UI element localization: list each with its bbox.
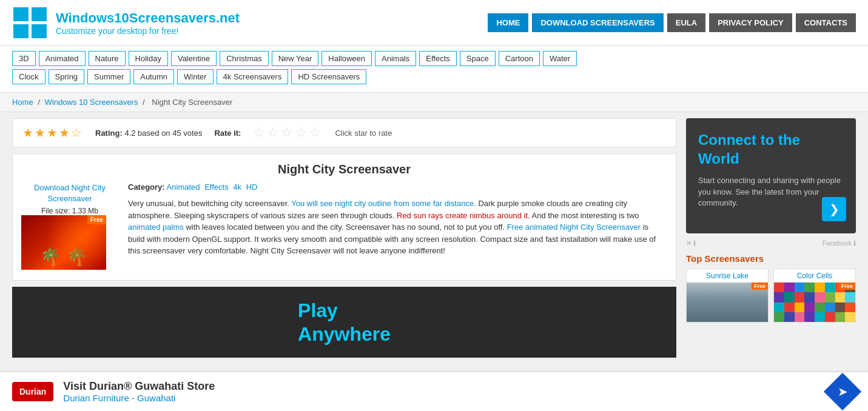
header: Windows10Screensavers.net Customize your… [0, 0, 868, 46]
cat-effects[interactable]: Effects [204, 182, 229, 192]
desc-start: Very unusual, but bewitching city screen… [128, 199, 291, 208]
cat-btn-valentine[interactable]: Valentine [171, 51, 217, 66]
cat-btn-christmas[interactable]: Christmas [220, 51, 269, 66]
breadcrumb-home[interactable]: Home [12, 98, 33, 107]
top-screensavers-grid: Sunrise Lake Free Color Cells Free [686, 269, 856, 322]
desc-cont3: with leaves located between you and the … [184, 222, 507, 232]
fb-brand-label: Facebook ℹ [823, 239, 856, 247]
rating-value: 4.2 [124, 129, 135, 138]
sunrise-link[interactable]: Sunrise Lake [687, 269, 768, 282]
site-name: Windows10Screensavers.net [56, 10, 240, 26]
screensaver-title: Night City Screensaver [21, 162, 667, 176]
cat-btn-new-year[interactable]: New Year [272, 51, 319, 66]
cat-animated[interactable]: Animated [167, 182, 200, 192]
content-area: ★★★★☆ Rating: 4.2 based on 45 votes Rate… [12, 118, 676, 358]
download-link[interactable]: Download Night City Screensaver [21, 182, 118, 204]
category-row-1: 3DAnimatedNatureHolidayValentineChristma… [12, 51, 856, 66]
cat-btn-clock[interactable]: Clock [12, 69, 45, 84]
screensaver-panel: Night City Screensaver Download Night Ci… [12, 153, 676, 281]
desc-cont2: And the most interesting is two [530, 211, 639, 220]
windows-logo-icon [12, 6, 49, 39]
fb-close-button[interactable]: ✕ ℹ [686, 239, 696, 247]
top-ss-cells: Color Cells Free [773, 269, 856, 322]
top-screensavers-title: Top Screensavers [686, 253, 856, 264]
cells-link[interactable]: Color Cells [774, 269, 855, 282]
sunrise-thumbnail: Free [687, 282, 768, 322]
cat-btn-halloween[interactable]: Halloween [321, 51, 372, 66]
stars-display: ★★★★☆ [22, 125, 83, 140]
rate-it-label: Rate it: [214, 129, 241, 138]
rating-votes: 45 votes [172, 129, 202, 138]
svg-rect-2 [13, 24, 29, 38]
breadcrumb-section[interactable]: Windows 10 Screensavers [45, 98, 138, 107]
logo-area: Windows10Screensavers.net Customize your… [12, 6, 240, 39]
cat-btn-animated[interactable]: Animated [39, 51, 86, 66]
top-screensavers-section: Top Screensavers Sunrise Lake Free Color… [686, 253, 856, 322]
category-row-2: ClockSpringSummerAutumnWinter4k Screensa… [12, 69, 856, 84]
svg-rect-3 [32, 24, 47, 38]
breadcrumb-sep1: / [38, 98, 42, 107]
svg-rect-1 [32, 7, 47, 21]
screensaver-thumbnail: 🌴 🌴 Free [21, 215, 106, 270]
cat-btn-nature[interactable]: Nature [89, 51, 126, 66]
home-button[interactable]: HOME [488, 13, 528, 32]
sunrise-free-badge: Free [752, 282, 768, 290]
site-tagline: Customize your desktop for free! [56, 26, 240, 36]
free-badge: Free [87, 215, 106, 224]
cells-thumbnail: Free [774, 282, 855, 322]
cat-btn-winter[interactable]: Winter [177, 69, 214, 84]
cat-btn-water[interactable]: Water [543, 51, 577, 66]
rating-bar: ★★★★☆ Rating: 4.2 based on 45 votes Rate… [12, 118, 676, 147]
nav-buttons: HOME DOWNLOAD SCREENSAVERS EULA PRIVACY … [488, 13, 856, 32]
cat-4k[interactable]: 4k [233, 182, 241, 192]
cat-btn-effects[interactable]: Effects [419, 51, 457, 66]
click-star-hint: Click star to rate [335, 129, 392, 138]
desc-highlight1: You will see night city outline from som… [291, 199, 476, 208]
screensaver-description: Very unusual, but bewitching city screen… [128, 198, 667, 257]
cat-btn-cartoon[interactable]: Cartoon [499, 51, 540, 66]
cat-btn-4k-screensavers[interactable]: 4k Screensavers [217, 69, 289, 84]
sidebar: Connect to the World Start connecting an… [686, 118, 856, 358]
fb-title: Connect to the World [698, 130, 844, 168]
play-line2: Anywhere [298, 322, 391, 346]
play-text: Play Anywhere [298, 299, 391, 346]
cat-btn-holiday[interactable]: Holiday [129, 51, 168, 66]
breadcrumb-sep2: / [143, 98, 147, 107]
cat-btn-summer[interactable]: Summer [87, 69, 130, 84]
breadcrumb-current: Night City Screensaver [152, 98, 232, 107]
rate-stars[interactable]: ☆☆☆☆☆ [253, 125, 323, 141]
category-label: Category: [128, 182, 165, 192]
ss-image-wrap: 🌴 🌴 Free [21, 209, 118, 272]
cells-free-badge: Free [839, 282, 855, 290]
logo-text: Windows10Screensavers.net Customize your… [56, 10, 240, 36]
ss-content-wrap: Download Night City Screensaver File siz… [21, 182, 667, 272]
eula-button[interactable]: EULA [667, 13, 705, 32]
cat-btn-3d[interactable]: 3D [12, 51, 36, 66]
rating-text: Rating: 4.2 based on 45 votes [95, 129, 202, 138]
desc-red: Red sun rays create nimbus around it. [397, 211, 530, 220]
facebook-widget: Connect to the World Start connecting an… [686, 118, 856, 233]
breadcrumb: Home / Windows 10 Screensavers / Night C… [0, 93, 868, 112]
download-button[interactable]: DOWNLOAD SCREENSAVERS [532, 13, 663, 32]
privacy-button[interactable]: PRIVACY POLICY [709, 13, 792, 32]
file-size: File size: 1.33 Mb [21, 207, 118, 215]
rating-based: based on [138, 129, 170, 138]
cat-btn-animals[interactable]: Animals [375, 51, 416, 66]
fb-arrow-button[interactable]: ❯ [822, 197, 846, 221]
desc-highlight3: Free animated Night City Screensaver [507, 222, 641, 232]
top-ss-sunrise: Sunrise Lake Free [686, 269, 769, 322]
cat-btn-autumn[interactable]: Autumn [133, 69, 174, 84]
rating-label: Rating: [95, 129, 123, 138]
play-line1: Play [298, 299, 391, 322]
cat-btn-hd-screensavers[interactable]: HD Screensavers [291, 69, 366, 84]
contacts-button[interactable]: CONTACTS [796, 13, 856, 32]
desc-highlight2: animated palms [128, 222, 184, 232]
cat-btn-space[interactable]: Space [460, 51, 496, 66]
cat-hd[interactable]: HD [246, 182, 258, 192]
category-nav: 3DAnimatedNatureHolidayValentineChristma… [0, 46, 868, 93]
play-banner: Play Anywhere [12, 287, 676, 358]
cat-btn-spring[interactable]: Spring [49, 69, 85, 84]
svg-rect-0 [13, 7, 29, 21]
fb-info-bar: ✕ ℹ Facebook ℹ [686, 239, 856, 247]
ss-left-panel: Download Night City Screensaver File siz… [21, 182, 118, 272]
